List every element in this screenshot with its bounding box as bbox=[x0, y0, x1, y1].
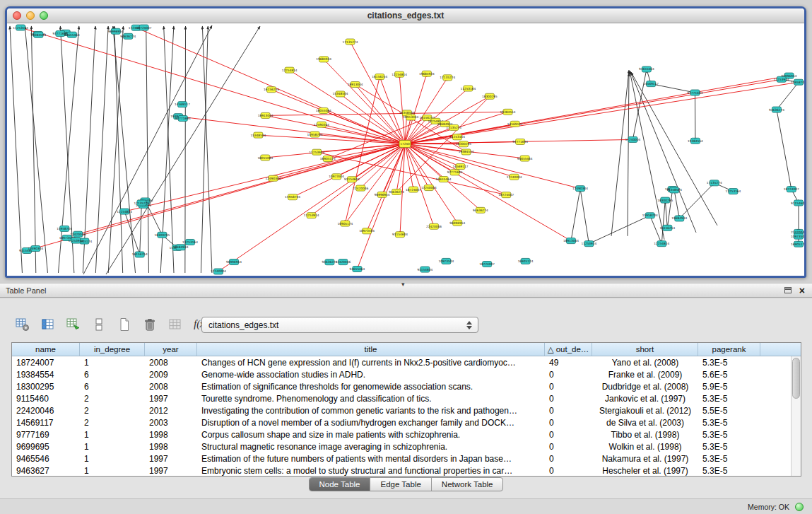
graph-node-label: 15348504 bbox=[250, 134, 266, 137]
network-view[interactable]: 1534850418913044161562541225481419684934… bbox=[7, 23, 804, 276]
cell-title: Estimation of the future numbers of pati… bbox=[197, 454, 545, 464]
table-body: 1872400712008Changes of HCN gene express… bbox=[12, 356, 791, 476]
new-table-button[interactable] bbox=[114, 315, 134, 334]
graph-node-label: 12254814 bbox=[117, 210, 132, 214]
graph-node-label: 94636274 bbox=[769, 108, 784, 112]
graph-node-label: 16905174 bbox=[337, 222, 353, 226]
table-row[interactable]: 946554611997Estimation of the future num… bbox=[12, 452, 791, 465]
graph-node-label: 19684934 bbox=[671, 216, 687, 220]
create-column-button[interactable] bbox=[64, 315, 83, 334]
cell-in_degree: 6 bbox=[80, 370, 145, 380]
network-window[interactable]: citations_edges.txt 15348504189130441615… bbox=[5, 6, 806, 278]
graph-node-label: 91154604 bbox=[417, 268, 433, 271]
graph-node-label: 10973504 bbox=[329, 175, 344, 178]
rows-icon bbox=[92, 317, 106, 332]
trash-icon bbox=[143, 317, 157, 332]
cell-year: 2008 bbox=[145, 358, 197, 368]
memory-indicator-icon[interactable] bbox=[795, 503, 804, 511]
close-panel-icon[interactable]: × bbox=[799, 286, 805, 296]
graph-edge bbox=[146, 26, 149, 273]
cell-pagerank: 5.3E-5 bbox=[698, 418, 760, 428]
cell-year: 1997 bbox=[145, 466, 197, 476]
graph-node-label: 16156254 bbox=[264, 88, 279, 91]
table-row[interactable]: 1830029562008Estimation of significance … bbox=[12, 380, 791, 392]
delete-column-button[interactable] bbox=[140, 315, 160, 334]
cell-pagerank: 5.3E-5 bbox=[698, 454, 760, 464]
table-row[interactable]: 1456911722003Disruption of a novel membe… bbox=[12, 416, 791, 428]
cell-in_degree: 2 bbox=[80, 418, 145, 428]
scrollbar-thumb[interactable] bbox=[792, 358, 800, 399]
graph-node-label: 94636274 bbox=[389, 190, 404, 194]
cell-title: Changes of HCN gene expression and I(f) … bbox=[197, 358, 545, 368]
import-table-button[interactable] bbox=[165, 315, 185, 334]
column-header-pagerank[interactable]: pagerank bbox=[698, 343, 760, 356]
graph-node-label: 96996954 bbox=[375, 193, 390, 197]
graph-node-label: 15958704 bbox=[791, 81, 804, 84]
graph-node-label: 15958704 bbox=[57, 227, 72, 230]
table-row[interactable]: 977716911998Corpus callosum shape and si… bbox=[12, 428, 791, 440]
window-titlebar[interactable]: citations_edges.txt bbox=[7, 8, 804, 23]
graph-node-label: 16156254 bbox=[132, 252, 148, 256]
graph-edge bbox=[661, 200, 665, 244]
graph-node-label: 11253914 bbox=[68, 239, 83, 243]
graph-node-label: 19384554 bbox=[500, 110, 516, 114]
graph-node-label: 16905174 bbox=[518, 259, 534, 263]
minimize-window-button[interactable] bbox=[26, 11, 35, 20]
table-row[interactable]: 946362711997Embryonic stem cells: a mode… bbox=[12, 465, 791, 476]
cell-name: 9115460 bbox=[12, 394, 80, 404]
graph-node-label: 18913044 bbox=[258, 114, 273, 117]
table-row[interactable]: 969969511998Structural magnetic resonanc… bbox=[12, 440, 791, 452]
tab-network-table[interactable]: Network Table bbox=[432, 478, 503, 491]
graph-node-label: 18724007 bbox=[498, 193, 514, 197]
table-vertical-scrollbar[interactable] bbox=[791, 356, 801, 476]
column-header-out_degree[interactable]: △ out_de… bbox=[545, 343, 592, 356]
cell-in_degree: 1 bbox=[80, 454, 145, 464]
table-combobox[interactable]: citations_edges.txt bbox=[201, 317, 478, 333]
close-window-button[interactable] bbox=[13, 11, 21, 20]
zoom-window-button[interactable] bbox=[40, 11, 48, 20]
graph-node-label: 19384554 bbox=[459, 150, 474, 153]
cell-year: 2008 bbox=[145, 382, 197, 392]
graph-node-label: 94636274 bbox=[120, 35, 136, 38]
cell-in_degree: 1 bbox=[80, 430, 145, 440]
cell-pagerank: 5.3E-5 bbox=[698, 394, 760, 404]
graph-edge bbox=[665, 200, 667, 228]
show-columns-button[interactable] bbox=[38, 315, 58, 334]
cell-out_degree: 0 bbox=[545, 454, 592, 464]
cell-out_degree: 0 bbox=[545, 442, 592, 452]
graph-node-label: 10973504 bbox=[359, 229, 375, 233]
graph-node-label: 16905174 bbox=[320, 157, 336, 160]
float-panel-icon[interactable] bbox=[784, 287, 792, 293]
graph-node-label: 10973504 bbox=[438, 259, 454, 263]
graph-node-label: 15958704 bbox=[307, 133, 323, 136]
network-canvas[interactable]: 1534850418913044161562541225481419684934… bbox=[7, 23, 804, 276]
table-row[interactable]: 1938455462009Genome-wide association stu… bbox=[12, 368, 791, 380]
graph-node-label: 18913044 bbox=[348, 83, 363, 86]
cell-short: Jankovic et al. (1997) bbox=[592, 394, 698, 404]
column-header-name[interactable]: name bbox=[12, 343, 80, 356]
column-header-title[interactable]: title bbox=[197, 343, 545, 356]
cell-short: Wolkin et al. (1998) bbox=[592, 442, 698, 452]
graph-node-label: 15958704 bbox=[285, 195, 300, 199]
new-document-icon bbox=[117, 317, 131, 332]
table-panel-header[interactable]: ▾ Table Panel × bbox=[0, 283, 812, 298]
tab-node-table[interactable]: Node Table bbox=[310, 478, 371, 491]
table-row[interactable]: 911546021997Tourette syndrome. Phenomeno… bbox=[12, 392, 791, 404]
graph-node-label: 94655464 bbox=[639, 67, 654, 71]
status-bar: Memory: OK bbox=[0, 498, 812, 514]
table-mode-button[interactable] bbox=[13, 315, 33, 334]
graph-node-label: 10973504 bbox=[791, 235, 804, 238]
table-row[interactable]: 2242004622012Investigating the contribut… bbox=[12, 404, 791, 416]
graph-node-label: 18300295 bbox=[482, 95, 498, 98]
graph-node-label: 19384554 bbox=[30, 33, 46, 37]
panel-splitter-grip[interactable]: ▾ bbox=[401, 281, 405, 288]
table-row[interactable]: 1872400712008Changes of HCN gene express… bbox=[12, 356, 791, 368]
column-header-in_degree[interactable]: in_degree bbox=[80, 343, 145, 356]
cell-name: 9699695 bbox=[12, 442, 80, 452]
tab-edge-table[interactable]: Edge Table bbox=[370, 478, 431, 491]
cell-short: Tibbo et al. (1998) bbox=[592, 430, 698, 440]
graph-edge bbox=[136, 28, 405, 144]
row-selector-button[interactable] bbox=[89, 315, 109, 334]
column-header-short[interactable]: short bbox=[592, 343, 698, 356]
column-header-year[interactable]: year bbox=[145, 343, 197, 356]
